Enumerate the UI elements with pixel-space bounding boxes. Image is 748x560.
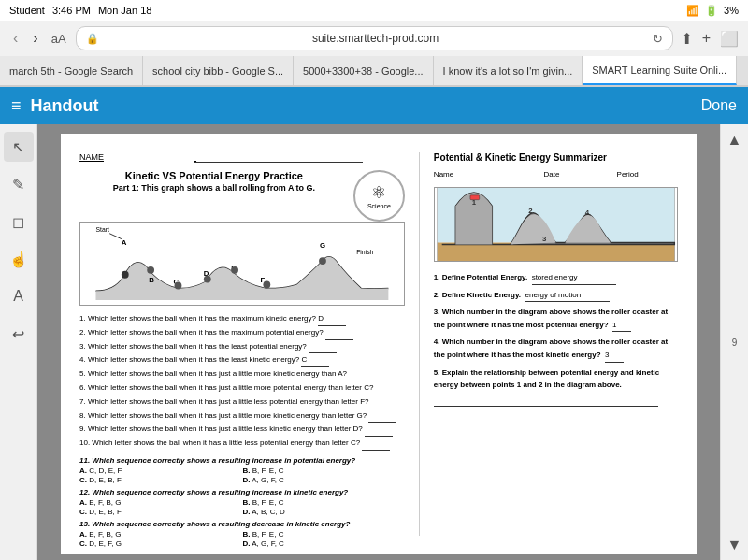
tab-4-label: I know it's a lot so I'm givin... [443,65,573,77]
svg-line-16 [109,234,122,239]
name-label: NAME [79,152,192,162]
scroll-down-button[interactable]: ▼ [727,537,742,553]
mc-q13-c: C. D, E, F, G [79,539,241,548]
tab-4[interactable]: I know it's a lot so I'm givin... [434,56,583,85]
mc-q12-options: A. E, F, B, G B. B, F, E, C C. D, E, B, … [79,498,405,516]
reader-button[interactable]: aA [50,30,68,48]
rq-2-answer: energy of motion [525,289,610,303]
mc-q12-d: D. A, B, C, D [242,508,404,516]
worksheet-document: NAME Kinetic VS Potential Energy Practic… [61,134,697,554]
mc-q12-c: C. D, E, B, F [79,508,241,516]
question-6: 6. Which letter shows the ball when it h… [79,382,405,395]
status-bar: Student 3:46 PM Mon Jan 18 📶 🔋 3% [0,0,748,21]
rq-2: 2. Define Kinetic Energy. energy of moti… [434,289,678,303]
tab-3[interactable]: 5000+3300+38 - Google... [294,56,433,85]
question-5: 5. Which letter shows the ball when it h… [79,368,405,381]
answer-10 [362,438,390,451]
right-date-label: Date [543,170,559,179]
hamburger-menu[interactable]: ≡ [11,96,22,116]
right-title: Potential & Kinetic Energy Summarizer [434,152,607,163]
forward-button[interactable]: › [29,28,41,49]
svg-point-11 [231,266,238,274]
answer-7 [371,396,399,409]
tabs-icon[interactable]: ⬜ [720,30,739,48]
add-tab-icon[interactable]: + [702,30,711,47]
question-1: 1. Which letter shows the ball when it h… [79,313,405,326]
svg-point-9 [175,282,182,290]
answer-3 [309,341,337,354]
tab-1-label: march 5th - Google Search [9,65,133,77]
right-name-line: Name Date Period [434,170,678,179]
svg-point-10 [204,276,211,283]
text-tool[interactable]: A [4,281,34,311]
name-line: NAME [79,152,405,163]
left-worksheet-section: NAME Kinetic VS Potential Energy Practic… [79,152,419,536]
tab-5-label: SMART Learning Suite Onli... [592,65,726,76]
browser-toolbar: ‹ › aA 🔒 suite.smarttech-prod.com ↻ ⬆ + … [0,21,748,56]
battery-icon: 🔋 [705,5,718,17]
carrier-label: Student [9,5,45,16]
reload-icon[interactable]: ↻ [653,32,663,46]
question-9: 9. Which letter shows the ball when it h… [79,424,405,437]
share-icon[interactable]: ⬆ [681,30,693,48]
undo-tool[interactable]: ↩ [4,319,34,349]
svg-text:Start: Start [95,226,109,233]
scroll-up-button[interactable]: ▲ [727,132,742,149]
mc-q11-options: A. C, D, E, F B. B, F, E, C C. D, E, B, … [79,467,405,484]
address-bar[interactable]: 🔒 suite.smarttech-prod.com ↻ [76,26,673,50]
tab-5[interactable]: SMART Learning Suite Onli... [583,56,737,85]
mc-q11-b: B. B, F, E, C [242,467,404,475]
answer-2 [325,327,353,340]
date-label: Mon Jan 18 [98,5,151,16]
done-button[interactable]: Done [701,97,737,114]
tab-2[interactable]: school city bibb - Google S... [143,56,294,85]
tab-1[interactable]: march 5th - Google Search [0,56,143,85]
rq-5-answer [434,394,658,408]
rq-3: 3. Which number in the diagram above sho… [434,306,678,332]
question-10: 10. Which letter shows the ball when it … [79,438,405,451]
mc-q13-d: D. A, G, F, C [242,539,404,548]
answer-9 [365,424,393,437]
app-header: ≡ Handout Done [0,87,748,124]
svg-text:B: B [149,276,154,284]
question-4: 4. Which letter shows the ball when it h… [79,354,405,367]
answer-6 [376,382,404,395]
rq-1: 1. Define Potential Energy. stored energ… [434,271,678,285]
page-number: 9 [732,337,738,348]
mc-q12-a: A. E, F, B, G [79,498,241,507]
mc-q11-c: C. D, E, B, F [79,476,241,484]
tab-2-label: school city bibb - Google S... [152,65,283,77]
pen-tool[interactable]: ✎ [4,169,34,199]
mc-q11-a: A. C, D, E, F [79,467,241,475]
mc-q13-b: B. B, F, E, C [242,530,404,538]
worksheet-title: Kinetic VS Potential Energy Practice [79,170,349,181]
content-area: ↖ ✎ ◻ ☝ A ↩ NAME Kinetic VS Potential En… [0,124,748,560]
eraser-tool[interactable]: ◻ [4,207,34,237]
mc-q12-label: 12. Which sequence correctly shows a res… [79,488,405,496]
mc-q11-d: D. A, G, F, C [242,476,404,484]
worksheet-subtitle: Part 1: This graph shows a ball rolling … [79,183,349,193]
svg-text:3: 3 [542,235,547,243]
svg-point-13 [319,257,326,265]
right-questions: 1. Define Potential Energy. stored energ… [434,271,678,407]
svg-point-12 [263,281,270,289]
left-toolbar: ↖ ✎ ◻ ☝ A ↩ [0,124,37,560]
coaster-graph: 1 2 3 4 [434,187,678,262]
mc-q12-b: B. B, F, E, C [242,498,404,507]
battery-label: 3% [724,5,739,16]
answer-4: C [301,354,329,367]
back-button[interactable]: ‹ [9,28,22,49]
ball-graph: A B C D E F G [79,222,405,306]
svg-text:G: G [320,241,325,250]
lock-icon: 🔒 [86,33,99,45]
cursor-tool[interactable]: ↖ [4,132,34,162]
rq-1-answer: stored energy [532,271,616,285]
mc-q13-a: A. E, F, B, G [79,530,241,538]
document-container[interactable]: NAME Kinetic VS Potential Energy Practic… [37,124,720,560]
pointer-tool[interactable]: ☝ [4,244,34,274]
right-toolbar: ▲ 9 ▼ [720,124,748,560]
questions-section: 1. Which letter shows the ball when it h… [79,313,405,451]
time-label: 3:46 PM [52,5,91,16]
toolbar-right: ⬆ + ⬜ [681,30,739,48]
svg-text:A: A [122,238,127,247]
